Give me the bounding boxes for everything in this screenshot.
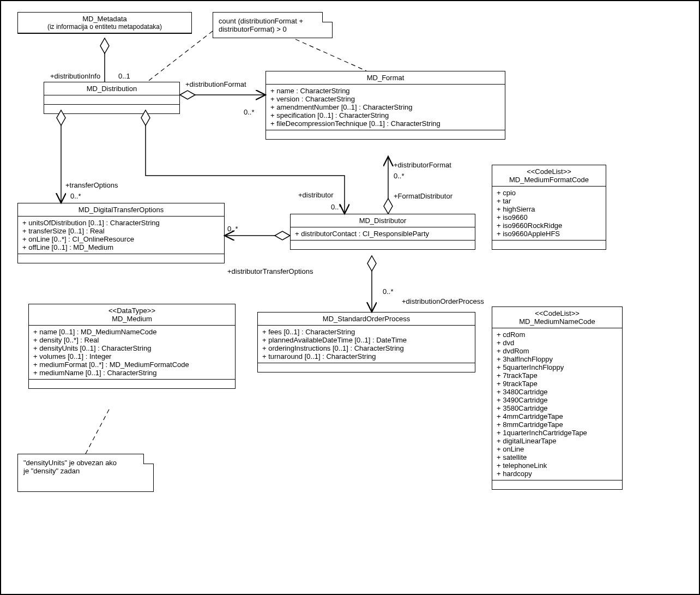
class-subtitle: (iz informacija o entitetu metapodataka) — [21, 23, 188, 31]
svg-marker-0 — [100, 38, 109, 53]
class-md-mediumnamecode: <<CodeList>> MD_MediumNameCode + cdRom +… — [492, 306, 623, 490]
attrs-section: + cdRom + dvd + dvdRom + 3halfInchFloppy… — [492, 328, 622, 480]
attr: + turnaround [0..1] : CharacterString — [262, 352, 470, 360]
attr: + 8mmCartridgeTape — [497, 420, 618, 429]
attr: + tar — [497, 197, 601, 205]
class-title: MD_MediumFormatCode — [496, 176, 602, 184]
attr: + offLine [0..1] : MD_Medium — [22, 243, 220, 251]
mult-distributortransferoptions: 0..* — [227, 225, 238, 233]
attr: + 3580Cartridge — [497, 404, 618, 412]
class-stereotype: <<CodeList>> — [496, 167, 602, 176]
attrs-section: + name [0..1] : MD_MediumNameCode + dens… — [29, 326, 235, 380]
class-md-standardorderprocess: MD_StandardOrderProcess + fees [0..1] : … — [257, 312, 475, 372]
attr: + 7trackTape — [497, 371, 618, 380]
attr: + amendmentNumber [0..1] : CharacterStri… — [270, 103, 500, 111]
mult-distributionorderprocess: 0..* — [383, 287, 394, 296]
note-text: "densityUnits" je obvezan ako je "densit… — [23, 459, 148, 475]
class-title: MD_Distribution — [47, 85, 176, 93]
attr: + orderingInstructions [0..1] : Characte… — [262, 344, 470, 352]
role-distributionorderprocess: +distributionOrderProcess — [402, 297, 484, 305]
attr: + 4mmCartridgeTape — [497, 412, 618, 420]
attr: + cpio — [497, 189, 601, 197]
mult-transferoptions: 0..* — [70, 192, 81, 200]
attr: + fees [0..1] : CharacterString — [262, 328, 470, 336]
attr: + mediumFormat [0..*] : MD_MediumFormatC… — [33, 360, 231, 369]
attr: + dvdRom — [497, 347, 618, 355]
class-title: MD_Medium — [32, 315, 232, 323]
attr: + version : CharacterString — [270, 95, 500, 103]
uml-diagram: MD_Metadata (iz informacija o entitetu m… — [0, 0, 700, 595]
mult-distributor: 0..* — [331, 203, 342, 211]
attr: + volumes [0..1] : Integer — [33, 352, 231, 360]
attr: + fileDecompressionTechnique [0..1] : Ch… — [270, 119, 500, 128]
attr: + name [0..1] : MD_MediumNameCode — [33, 328, 231, 336]
class-title: MD_Metadata — [21, 15, 188, 23]
svg-marker-4 — [384, 199, 393, 214]
svg-marker-1 — [180, 91, 195, 99]
attr: + plannedAvailableDateTime [0..1] : Date… — [262, 336, 470, 344]
attr: + 5quarterInchFloppy — [497, 363, 618, 371]
attr: + iso9660AppleHFS — [497, 230, 601, 238]
class-md-digitaltransferoptions: MD_DigitalTransferOptions + unitsOfDistr… — [17, 203, 225, 263]
class-md-distributor: MD_Distributor + distributorContact : CI… — [290, 214, 475, 250]
mult-distributorformat: 0..* — [394, 172, 405, 180]
attr: + telephoneLink — [497, 461, 618, 470]
class-stereotype: <<DataType>> — [32, 306, 232, 315]
class-title: MD_MediumNameCode — [496, 317, 619, 326]
attr: + onLine [0..*] : CI_OnlineResource — [22, 235, 220, 243]
note-constraint: count (distributionFormat + distributorF… — [213, 12, 333, 38]
attr: + highSierra — [497, 205, 601, 213]
role-distributionformat: +distributionFormat — [185, 80, 246, 88]
class-stereotype: <<CodeList>> — [496, 309, 619, 317]
attr: + unitsOfDistribution [0..1] : Character… — [22, 219, 220, 227]
attr: + densityUnits [0..1] : CharacterString — [33, 344, 231, 352]
attr: + 1quarterInchCartridgeTape — [497, 429, 618, 437]
class-title: MD_StandardOrderProcess — [261, 315, 472, 323]
attr: + satellite — [497, 453, 618, 461]
attr: + 3490Cartridge — [497, 396, 618, 404]
attr: + distributorContact : CI_ResponsiblePar… — [295, 230, 470, 238]
attr: + density [0..*] : Real — [33, 336, 231, 344]
svg-marker-6 — [367, 256, 376, 271]
attr: + 9trackTape — [497, 380, 618, 388]
attr: + onLine — [497, 445, 618, 453]
attr: + dvd — [497, 339, 618, 347]
attrs-section: + name : CharacterString + version : Cha… — [266, 85, 505, 130]
class-title: MD_DigitalTransferOptions — [21, 206, 221, 214]
class-md-distribution: MD_Distribution — [44, 82, 180, 114]
role-distributioninfo: +distributionInfo — [50, 72, 100, 80]
class-title: MD_Distributor — [294, 217, 472, 225]
svg-marker-5 — [275, 231, 290, 240]
role-transferoptions: +transferOptions — [65, 181, 118, 189]
class-title: MD_Format — [269, 74, 502, 82]
note-density: "densityUnits" je obvezan ako je "densit… — [17, 454, 154, 492]
note-text: count (distributionFormat + distributorF… — [219, 17, 327, 33]
mult-distributioninfo: 0..1 — [118, 72, 130, 80]
role-formatdistributor: +FormatDistributor — [394, 192, 452, 200]
attr: + iso9660RockRidge — [497, 221, 601, 230]
attrs-section: + cpio + tar + highSierra + iso9660 + is… — [492, 187, 606, 241]
attrs-section: + distributorContact : CI_ResponsiblePar… — [291, 227, 475, 241]
attr: + specification [0..1] : CharacterString — [270, 111, 500, 119]
attr: + 3480Cartridge — [497, 388, 618, 396]
class-md-mediumformatcode: <<CodeList>> MD_MediumFormatCode + cpio … — [492, 165, 606, 250]
attrs-section: + unitsOfDistribution [0..1] : Character… — [18, 217, 224, 254]
class-md-format: MD_Format + name : CharacterString + ver… — [265, 71, 505, 140]
attr: + transferSize [0..1] : Real — [22, 227, 220, 235]
attr: + mediumName [0..1] : CharacterString — [33, 369, 231, 377]
attr: + hardcopy — [497, 470, 618, 478]
attr: + digitalLinearTape — [497, 437, 618, 445]
class-md-metadata: MD_Metadata (iz informacija o entitetu m… — [17, 12, 192, 34]
mult-distributionformat: 0..* — [244, 108, 255, 116]
role-distributorformat: +distributorFormat — [394, 161, 451, 169]
attr: + 3halfInchFloppy — [497, 355, 618, 363]
attr: + cdRom — [497, 330, 618, 339]
attr: + name : CharacterString — [270, 87, 500, 95]
attr: + iso9660 — [497, 213, 601, 221]
attrs-section: + fees [0..1] : CharacterString + planne… — [258, 326, 475, 363]
class-md-medium: <<DataType>> MD_Medium + name [0..1] : M… — [28, 304, 236, 389]
role-distributor: +distributor — [298, 191, 334, 199]
role-distributortransferoptions: +distributorTransferOptions — [227, 267, 313, 275]
